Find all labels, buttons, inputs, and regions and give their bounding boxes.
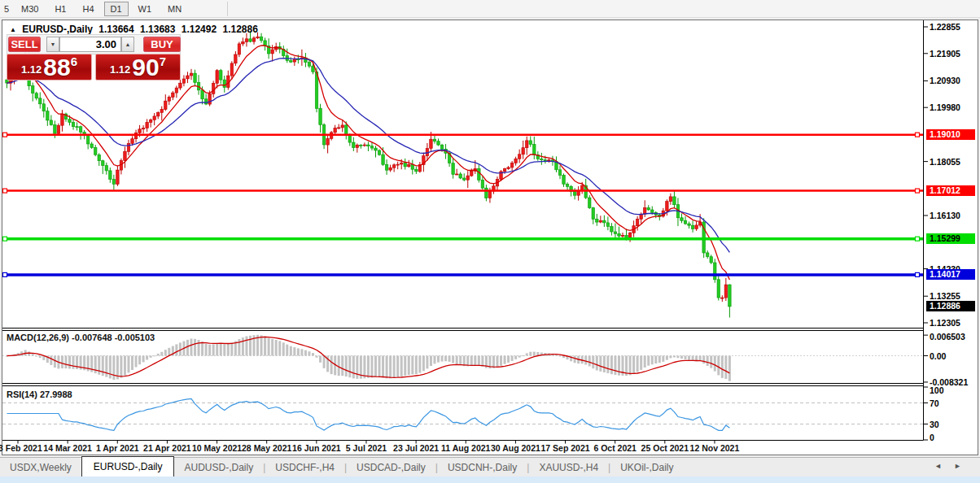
ask-pip-digit: 7: [160, 54, 166, 68]
date-tick-label: 16 Jun 2021: [292, 443, 341, 453]
chart-window[interactable]: [2, 20, 978, 455]
ohlc-high: 1.13683: [140, 24, 175, 35]
ohlc-low: 1.12492: [182, 24, 217, 35]
rsi-scale-label: 30: [930, 420, 939, 429]
date-tick-label: 21 Apr 2021: [143, 443, 191, 453]
date-tick-label: 28 May 2021: [242, 443, 291, 453]
rsi-scale-label: 100: [930, 385, 944, 395]
macd-scale-label: 0.00: [930, 351, 946, 361]
price-tick-label: 1.19980: [930, 102, 960, 112]
timeframe-button-5[interactable]: 5: [2, 2, 11, 16]
tab-ukoil-daily[interactable]: UKOil-,Daily: [610, 459, 683, 476]
rsi-scale-label: 70: [930, 398, 939, 408]
price-tick-label: 1.13255: [930, 291, 960, 301]
date-tick-label: 25 Oct 2021: [641, 443, 689, 453]
timeframe-toolbar: 5M30H1H4D1W1MN: [0, 0, 980, 18]
price-badge-1.19010: 1.19010: [926, 129, 975, 140]
bid-price-button[interactable]: 1.12 88 6: [7, 54, 92, 80]
price-badge-1.14017: 1.14017: [926, 269, 975, 280]
price-badge-1.17012: 1.17012: [926, 185, 975, 196]
sell-button[interactable]: SELL: [8, 37, 41, 52]
macd-scale-label: 0.006503: [930, 332, 965, 342]
tab-scroll-right-icon[interactable]: ►: [954, 462, 961, 470]
tab-audusd-daily[interactable]: AUDUSD-,Daily: [174, 459, 263, 476]
symbol-label: EURUSD-,Daily: [22, 24, 93, 35]
collapse-triangle-icon[interactable]: ▲: [10, 26, 16, 33]
date-tick-label: 6 Oct 2021: [593, 443, 637, 453]
price-tick-label: 1.16130: [930, 211, 960, 220]
ohlc-close: 1.12886: [223, 24, 258, 35]
buy-button[interactable]: BUY: [143, 37, 181, 52]
date-tick-label: 5 Jul 2021: [346, 443, 387, 453]
timeframe-button-w1[interactable]: W1: [132, 2, 159, 16]
date-tick-label: 12 Nov 2021: [690, 443, 740, 453]
volume-increase-icon[interactable]: ▲: [121, 37, 134, 52]
ask-big-digits: 90: [132, 57, 159, 78]
price-tick-label: 1.18055: [930, 157, 960, 167]
tab-scroll-left-icon[interactable]: ◄: [934, 462, 942, 470]
status-strip: [0, 476, 980, 483]
volume-decrease-icon[interactable]: ▼: [46, 37, 59, 52]
date-tick-label: 30 Aug 2021: [491, 443, 540, 453]
rsi-label: RSI(14) 27.9988: [7, 389, 72, 399]
ohlc-open: 1.13664: [98, 24, 133, 35]
price-tick-label: 1.12305: [930, 318, 960, 328]
tab-usdcad-daily[interactable]: USDCAD-,Daily: [347, 459, 435, 476]
tab-usdx-weekly[interactable]: USDX,Weekly: [0, 459, 81, 476]
tab-xauusd-h4[interactable]: XAUUSD-,H4: [529, 459, 608, 476]
date-tick-label: 14 Mar 2021: [43, 443, 92, 453]
macd-label: MACD(12,26,9) -0.007648 -0.005103: [7, 333, 155, 342]
bid-big-digits: 88: [43, 57, 70, 78]
chart-tab-bar: USDX,WeeklyEURUSD-,DailyAUDUSD-,Daily|US…: [0, 457, 980, 476]
date-tick-label: 10 May 2021: [192, 443, 242, 453]
tab-usdchf-h4[interactable]: USDCHF-,H4: [265, 459, 344, 476]
date-tick-label: 23 Jul 2021: [393, 443, 439, 453]
price-tick-label: 1.21905: [930, 49, 960, 59]
tab-eurusd-daily[interactable]: EURUSD-,Daily: [81, 456, 175, 476]
rsi-scale-label: 0: [930, 433, 934, 442]
timeframe-button-mn[interactable]: MN: [161, 2, 188, 16]
timeframe-button-h4[interactable]: H4: [76, 2, 100, 16]
ask-prefix: 1.12: [110, 63, 130, 76]
date-tick-label: 1 Apr 2021: [96, 443, 139, 453]
date-tick-label: 17 Sep 2021: [540, 443, 589, 453]
timeframe-button-m30[interactable]: M30: [15, 2, 45, 16]
date-tick-label: 23 Feb 2021: [0, 443, 42, 453]
date-tick-label: 11 Aug 2021: [441, 443, 490, 453]
price-badge-1.15299: 1.15299: [926, 233, 975, 244]
timeframe-button-d1[interactable]: D1: [104, 2, 129, 16]
tab-usdcnh-daily[interactable]: USDCNH-,Daily: [438, 459, 527, 476]
toolbar-separator: [227, 2, 228, 16]
timeframe-button-h1[interactable]: H1: [48, 2, 72, 16]
price-tick-label: 1.20930: [930, 76, 960, 85]
bid-pip-digit: 6: [71, 54, 77, 68]
ask-price-button[interactable]: 1.12 90 7: [95, 54, 181, 80]
chart-title: ▲ EURUSD-,Daily 1.13664 1.13683 1.12492 …: [10, 24, 261, 35]
price-badge-1.12886: 1.12886: [926, 301, 975, 311]
price-tick-label: 1.22855: [930, 22, 960, 32]
volume-input[interactable]: 3.00: [59, 37, 121, 52]
bid-prefix: 1.12: [21, 63, 42, 76]
